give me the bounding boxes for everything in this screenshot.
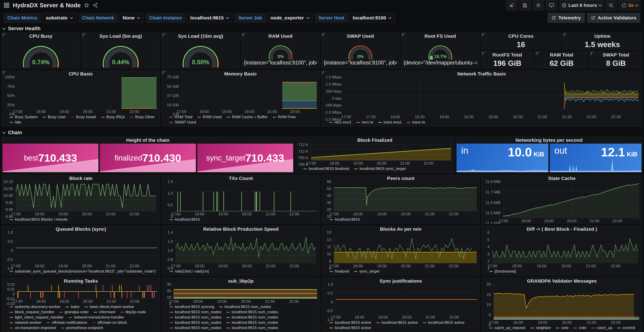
legend-item[interactable]: vote <box>556 326 568 330</box>
legend-item[interactable]: Busy Other <box>130 115 155 119</box>
plot-area[interactable] <box>333 182 477 211</box>
legend-item[interactable]: trans lo <box>407 120 425 125</box>
legend-item[interactable]: catch_up_request <box>489 326 526 330</box>
legend-item[interactable]: network-transactions-handler <box>69 315 124 320</box>
legend-item[interactable]: network-worker <box>10 320 42 325</box>
plot-area[interactable] <box>333 233 477 263</box>
legend-item[interactable]: RAM Cache + Buffer <box>226 115 268 119</box>
legend-item[interactable]: Idle <box>10 120 21 125</box>
network-stat-out[interactable]: out12.1 KiB <box>550 144 642 172</box>
legend-item[interactable]: authority-discovery-worker <box>10 305 60 309</box>
legend-item[interactable]: localhost:9615 num_nodes <box>170 326 221 330</box>
apps-grid-icon[interactable] <box>4 2 10 8</box>
legend-item[interactable]: localhost:9615 <box>170 217 200 222</box>
legend-item[interactable]: localhost:9615 num_nodes <box>170 320 221 325</box>
legend-item[interactable]: prometheus-endpoint <box>61 326 103 330</box>
save-button[interactable] <box>519 0 531 10</box>
share-icon[interactable] <box>92 2 98 8</box>
legend-item[interactable]: localhost:9615 num_nodes <box>226 310 278 315</box>
plot-area[interactable] <box>310 144 451 161</box>
legend-item[interactable]: vote <box>574 326 586 330</box>
legend-item[interactable]: localhost:9615 <box>330 217 360 222</box>
time-range-picker[interactable]: Last 6 hours <box>559 0 604 10</box>
info-corner[interactable] <box>242 33 247 38</box>
legend-item[interactable]: localhost:9615 Blocks / minute <box>10 217 68 222</box>
info-corner[interactable] <box>2 33 7 38</box>
legend-item[interactable]: recv lo <box>356 120 373 125</box>
legend-item[interactable]: localhost:9615 sync_target <box>354 166 406 171</box>
variable-value-dropdown[interactable]: substrate <box>42 13 76 23</box>
plot-area[interactable] <box>493 285 640 320</box>
plot-area[interactable] <box>181 77 317 109</box>
plot-area[interactable] <box>15 182 157 211</box>
legend-item[interactable]: catch_up <box>591 326 612 330</box>
link-active-validators[interactable]: Active Validators <box>587 13 640 23</box>
info-corner[interactable] <box>162 33 167 38</box>
section-chain[interactable]: Chain <box>0 128 644 136</box>
legend-item[interactable]: libp2p-node <box>120 310 146 315</box>
chain-height-stat-best[interactable]: best710.433 <box>2 144 98 172</box>
plot-area[interactable] <box>175 182 317 211</box>
legend-item[interactable]: finalized <box>330 269 349 274</box>
refresh-button[interactable]: 5s <box>619 0 640 10</box>
info-corner[interactable] <box>82 33 87 38</box>
legend-item[interactable]: RAM Free <box>272 115 296 119</box>
info-corner[interactable] <box>401 33 407 38</box>
legend-item[interactable]: localhost:9615 num_nodes <box>219 305 271 309</box>
plot-area[interactable] <box>173 285 317 299</box>
legend-item[interactable]: substrate_sync_queued_blocks{instance="l… <box>10 269 156 274</box>
chain-height-stat-finalized[interactable]: finalized710.430 <box>100 144 196 172</box>
legend-item[interactable]: light_client_request_handler <box>10 315 64 320</box>
legend-item[interactable]: trans eno1 <box>378 120 402 125</box>
legend-item[interactable]: rate[10m] / rate[1m] <box>170 269 209 274</box>
plot-area[interactable] <box>502 182 640 218</box>
legend-item[interactable]: localhost:9615 num_nodes <box>170 310 221 315</box>
section-server-health[interactable]: Server Health <box>0 24 644 32</box>
add-panel-button[interactable] <box>506 0 518 10</box>
zoom-out-button[interactable] <box>606 0 617 10</box>
cycle-view-button[interactable] <box>546 0 557 10</box>
variable-value-dropdown[interactable]: node_exporter <box>267 13 312 23</box>
link-telemetry[interactable]: Telemetry <box>548 13 585 23</box>
legend-item[interactable]: basic-block-import-worker <box>84 305 134 309</box>
legend-item[interactable]: Busy IRQs <box>101 115 125 119</box>
legend-item[interactable]: neighbor <box>530 326 551 330</box>
info-corner[interactable] <box>562 33 568 38</box>
plot-area[interactable] <box>17 77 157 109</box>
info-corner[interactable] <box>162 70 167 76</box>
legend-item[interactable]: RAM Used <box>198 115 222 119</box>
plot-area[interactable] <box>175 233 317 263</box>
legend-item[interactable]: informant <box>94 310 115 315</box>
plot-area[interactable] <box>17 285 157 299</box>
legend-item[interactable]: on-transaction-imported <box>10 326 56 330</box>
legend-item[interactable]: localhost:9615 active <box>423 320 464 325</box>
variable-value-dropdown[interactable]: None <box>119 13 144 23</box>
legend-item[interactable]: localhost:9615 active <box>330 320 371 325</box>
plot-area[interactable] <box>492 233 640 263</box>
chain-height-stat-sync_target[interactable]: sync_target710.433 <box>197 144 293 172</box>
network-stat-in[interactable]: in10.0 KiB <box>456 144 548 172</box>
info-corner[interactable] <box>590 51 595 57</box>
legend-item[interactable]: commit <box>618 326 635 330</box>
legend-item[interactable]: localhost:9615 num_nodes <box>226 320 278 325</box>
legend-item[interactable]: block_request_handler <box>10 310 54 315</box>
info-corner[interactable] <box>321 33 327 38</box>
info-corner[interactable] <box>481 33 486 38</box>
legend-item[interactable]: sync_target <box>354 269 380 274</box>
legend-item[interactable]: [[hostname]] <box>489 269 516 274</box>
legend-item[interactable]: localhost:9615 active <box>376 320 418 325</box>
legend-item[interactable]: localhost:9615 num_nodes <box>226 315 278 320</box>
star-icon[interactable] <box>84 2 89 8</box>
legend-item[interactable]: localhost:9615 syncing <box>170 305 214 309</box>
legend-item[interactable]: SWAP Used <box>169 120 196 125</box>
legend-item[interactable]: offchain-notifications <box>46 320 87 325</box>
legend-item[interactable]: localhost:9615 num_nodes <box>170 315 221 320</box>
legend-item[interactable]: Busy Iowait <box>71 115 96 119</box>
legend-item[interactable]: localhost:9615 num_nodes <box>226 326 278 330</box>
plot-area[interactable] <box>335 285 477 315</box>
legend-item[interactable]: Busy User <box>42 115 66 119</box>
legend-item[interactable]: localhost:9615 active <box>330 326 371 330</box>
plot-area[interactable] <box>15 233 157 263</box>
legend-item[interactable]: offchain-on-block <box>92 320 127 325</box>
info-corner[interactable] <box>481 51 486 57</box>
